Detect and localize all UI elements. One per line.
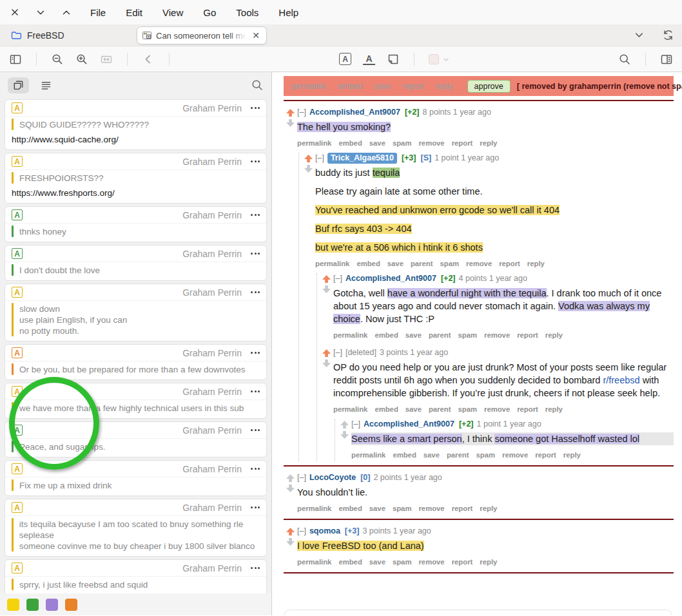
color-filter-purple[interactable] xyxy=(46,599,58,611)
downvote-arrow[interactable] xyxy=(286,485,295,492)
comment-action-save[interactable]: save xyxy=(405,405,422,413)
collapse-toggle[interactable]: [–] xyxy=(297,472,306,483)
downvote-arrow[interactable] xyxy=(286,119,295,127)
comment-action-report[interactable]: report xyxy=(452,139,473,147)
approve-button[interactable]: approve xyxy=(467,80,511,93)
comment-action-embed[interactable]: embed xyxy=(393,451,416,459)
comment-author[interactable]: sqomoa xyxy=(309,526,340,537)
comment-action-embed[interactable]: embed xyxy=(375,331,398,339)
more-options-icon[interactable] xyxy=(251,158,260,165)
comment-action-permalink[interactable]: permalink xyxy=(315,260,349,267)
annotation-card[interactable]: AGraham Perrinits tequila becayuse I am … xyxy=(5,499,267,557)
comment-action-embed[interactable]: embed xyxy=(356,260,380,267)
annotation-card[interactable]: AGraham PerrinOr be you, but be prepared… xyxy=(5,344,267,380)
comment-action-spam[interactable]: spam xyxy=(440,260,459,267)
comment-action-permalink[interactable]: permalink xyxy=(297,505,331,512)
more-options-icon[interactable] xyxy=(251,211,260,218)
banner-link-report[interactable]: report xyxy=(403,82,424,91)
find-in-document-icon[interactable] xyxy=(617,52,632,67)
sidebar-search-icon[interactable] xyxy=(251,79,264,91)
banner-link-save[interactable]: save xyxy=(374,82,391,91)
document-tab[interactable]: Can someoneron tell me ✕ xyxy=(137,26,267,44)
comment-action-spam[interactable]: spam xyxy=(393,558,412,566)
comment-action-permalink[interactable]: permalink xyxy=(333,331,367,339)
comment-action-spam[interactable]: spam xyxy=(393,139,412,147)
navigate-back-icon[interactable] xyxy=(141,52,156,67)
comment-action-report[interactable]: report xyxy=(535,451,556,459)
menu-go[interactable]: Go xyxy=(202,6,217,19)
comment-action-report[interactable]: report xyxy=(499,260,520,267)
comment-action-spam[interactable]: spam xyxy=(393,505,412,512)
tab-close-icon[interactable]: ✕ xyxy=(250,30,262,41)
comment-action-save[interactable]: save xyxy=(387,260,404,267)
sync-icon[interactable] xyxy=(661,28,676,43)
menu-tools[interactable]: Tools xyxy=(235,6,260,19)
comment-author[interactable]: Accomplished_Ant9007 xyxy=(346,273,436,284)
menu-file[interactable]: File xyxy=(89,6,107,19)
comment-action-remove[interactable]: remove xyxy=(418,139,444,147)
comment-action-embed[interactable]: embed xyxy=(375,405,398,413)
underline-text-icon[interactable]: A xyxy=(362,52,376,66)
zoom-page-width-icon[interactable] xyxy=(99,52,114,67)
comment-action-permalink[interactable]: permalink xyxy=(351,451,385,459)
subreddit-link[interactable]: r/freebsd xyxy=(603,375,639,385)
downvote-arrow[interactable] xyxy=(286,538,295,546)
comment-author[interactable]: LocoCoyote xyxy=(309,472,356,483)
banner-link-reply[interactable]: reply xyxy=(435,82,453,91)
collapse-toggle[interactable]: [–] xyxy=(297,526,306,537)
add-note-icon[interactable] xyxy=(385,52,401,67)
collapse-toggle[interactable]: [–] xyxy=(315,153,324,164)
comment-action-embed[interactable]: embed xyxy=(338,505,362,512)
more-options-icon[interactable] xyxy=(251,504,260,511)
comment-action-reply[interactable]: reply xyxy=(480,139,497,147)
more-options-icon[interactable] xyxy=(251,349,260,356)
comment-action-permalink[interactable]: permalink xyxy=(297,558,331,566)
color-filter-green[interactable] xyxy=(26,599,39,611)
zoom-out-icon[interactable] xyxy=(50,52,65,67)
more-options-icon[interactable] xyxy=(251,104,260,111)
upvote-arrow[interactable] xyxy=(340,421,349,428)
downvote-arrow[interactable] xyxy=(304,165,313,173)
banner-link-embed[interactable]: embed xyxy=(338,82,362,91)
comment-action-remove[interactable]: remove xyxy=(418,558,444,566)
comment-action-reply[interactable]: reply xyxy=(563,451,581,459)
comment-action-report[interactable]: report xyxy=(517,405,538,413)
more-options-icon[interactable] xyxy=(251,250,260,257)
comment-action-parent[interactable]: parent xyxy=(429,331,451,339)
comment-author[interactable]: [deleted] xyxy=(346,347,376,358)
color-filter-yellow[interactable] xyxy=(7,599,19,611)
annotation-card[interactable]: AGraham Perrinthnks honey xyxy=(5,206,267,242)
highlight-text-icon[interactable]: A xyxy=(338,52,353,66)
comment-action-report[interactable]: report xyxy=(452,505,473,512)
comment-action-save[interactable]: save xyxy=(424,451,440,459)
annotation-card[interactable]: AGraham Perrinslow downuse plain English… xyxy=(5,284,267,342)
upvote-arrow[interactable] xyxy=(286,474,295,482)
comment-action-save[interactable]: save xyxy=(369,139,385,147)
collapse-toggle[interactable]: [–] xyxy=(333,273,342,284)
upvote-arrow[interactable] xyxy=(322,349,331,357)
comment-action-reply[interactable]: reply xyxy=(480,505,497,512)
comment-action-reply[interactable]: reply xyxy=(545,331,563,339)
annotation-card[interactable]: AGraham PerrinI don't doubt the love xyxy=(5,245,267,281)
annotation-color-picker[interactable] xyxy=(427,53,453,66)
minimize-window-icon[interactable] xyxy=(35,6,46,18)
more-options-icon[interactable] xyxy=(251,465,260,472)
comment-action-save[interactable]: save xyxy=(369,505,385,512)
banner-link-permalink[interactable]: permalink xyxy=(291,82,326,91)
downvote-arrow[interactable] xyxy=(340,431,349,439)
comment-action-remove[interactable]: remove xyxy=(418,505,444,512)
comment-action-parent[interactable]: parent xyxy=(429,405,451,413)
more-options-icon[interactable] xyxy=(251,388,260,395)
comment-action-spam[interactable]: spam xyxy=(458,331,477,339)
close-window-icon[interactable] xyxy=(9,6,21,18)
context-pane-toggle-icon[interactable] xyxy=(659,52,674,67)
comment-author[interactable]: Accomplished_Ant9007 xyxy=(309,107,400,118)
collapse-toggle[interactable]: [–] xyxy=(333,347,342,358)
upvote-arrow[interactable] xyxy=(304,155,313,162)
comment-action-parent[interactable]: parent xyxy=(447,451,469,459)
comment-action-remove[interactable]: remove xyxy=(466,260,492,267)
maximize-window-icon[interactable] xyxy=(61,6,72,18)
library-tab[interactable]: FreeBSD xyxy=(0,24,75,46)
comment-action-reply[interactable]: reply xyxy=(545,405,563,413)
comment-action-embed[interactable]: embed xyxy=(338,139,362,147)
